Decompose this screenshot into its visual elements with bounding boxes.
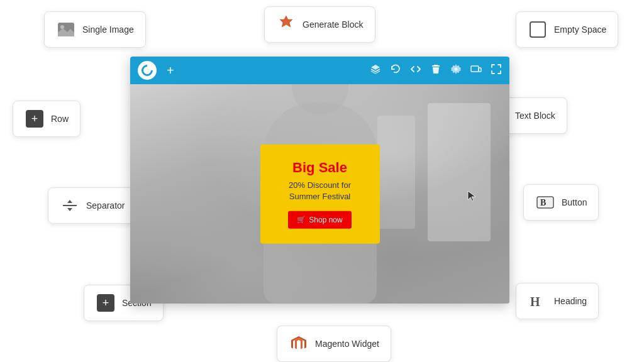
settings-icon[interactable] xyxy=(450,63,462,77)
widget-heading[interactable]: H Heading xyxy=(516,283,599,319)
widget-empty-space[interactable]: Empty Space xyxy=(516,11,618,48)
window-light-left xyxy=(377,116,415,229)
promo-box: Big Sale 20% Discount for Summer Festiva… xyxy=(260,144,380,243)
toolbar-add-button[interactable]: + xyxy=(167,63,174,78)
widget-generate-block[interactable]: Generate Block xyxy=(264,6,375,43)
fullscreen-icon[interactable] xyxy=(491,63,502,77)
responsive-icon[interactable] xyxy=(470,63,482,77)
widget-row[interactable]: + Row xyxy=(13,101,80,137)
editor-window: + xyxy=(130,57,509,304)
mouse-cursor xyxy=(467,190,477,205)
code-icon[interactable] xyxy=(410,63,421,77)
separator-icon xyxy=(60,195,80,216)
heading-label: Heading xyxy=(554,296,587,306)
magento-widget-icon xyxy=(289,334,309,354)
cart-icon: 🛒 xyxy=(297,216,306,224)
toolbar-icons xyxy=(370,63,502,77)
widget-button[interactable]: B Button xyxy=(523,184,599,221)
generate-block-label: Generate Block xyxy=(303,19,364,30)
svg-rect-10 xyxy=(479,68,481,72)
empty-space-icon xyxy=(528,19,548,40)
single-image-label: Single Image xyxy=(82,25,134,35)
person-head xyxy=(292,84,348,115)
undo-icon[interactable] xyxy=(390,63,401,77)
widget-single-image[interactable]: Single Image xyxy=(44,11,146,48)
shop-now-button[interactable]: 🛒 Shop now xyxy=(288,211,351,229)
svg-text:B: B xyxy=(540,198,546,207)
section-icon: + xyxy=(96,293,116,313)
window-light-right xyxy=(428,103,491,241)
row-label: Row xyxy=(51,114,69,124)
button-label: Button xyxy=(562,197,587,207)
shop-now-label: Shop now xyxy=(309,216,342,224)
svg-point-1 xyxy=(60,25,64,29)
widget-separator[interactable]: Separator xyxy=(48,187,136,224)
button-icon: B xyxy=(535,192,555,212)
magento-widget-label: Magento Widget xyxy=(315,339,379,349)
widget-magento[interactable]: Magento Widget xyxy=(277,326,391,362)
layers-icon[interactable] xyxy=(370,63,381,77)
promo-title: Big Sale xyxy=(278,159,362,175)
svg-rect-9 xyxy=(471,66,479,72)
text-block-label: Text Block xyxy=(515,111,555,121)
trash-icon[interactable] xyxy=(430,63,441,77)
editor-toolbar: + xyxy=(130,57,509,84)
single-image-icon xyxy=(56,19,76,40)
toolbar-logo[interactable] xyxy=(138,61,157,80)
separator-label: Separator xyxy=(86,200,125,211)
row-icon: + xyxy=(25,109,45,129)
editor-content: Big Sale 20% Discount for Summer Festiva… xyxy=(130,84,509,304)
empty-space-label: Empty Space xyxy=(554,25,606,35)
generate-block-icon xyxy=(276,14,296,35)
svg-rect-2 xyxy=(530,22,545,37)
svg-text:H: H xyxy=(530,295,540,309)
heading-icon: H xyxy=(528,291,548,311)
promo-subtitle: 20% Discount for Summer Festival xyxy=(278,179,362,202)
